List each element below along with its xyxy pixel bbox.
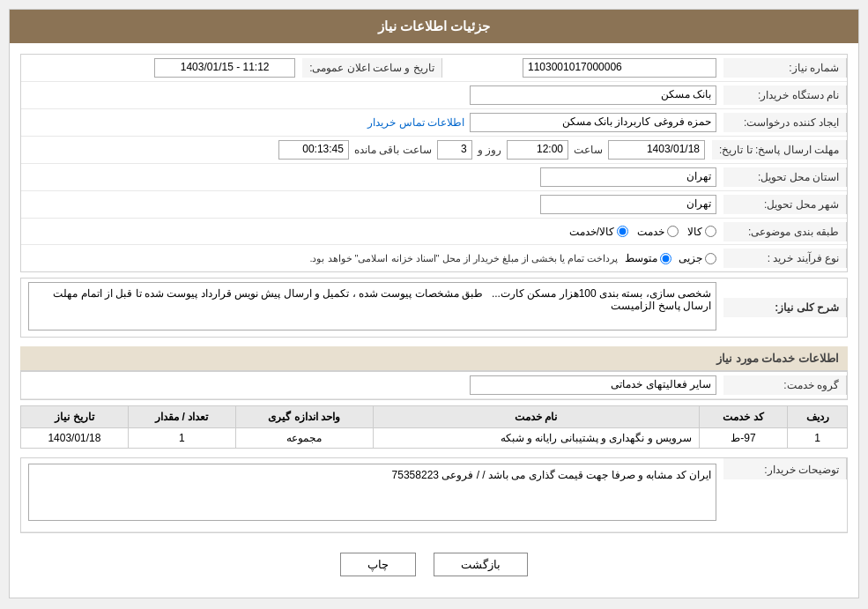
category-radio-both-input[interactable] [617,226,628,237]
buyer-org-input[interactable]: بانک مسکن [470,85,716,105]
description-row: شرح کلی نیاز: [21,279,847,337]
services-table: ردیف کد خدمت نام خدمت واحد اندازه گیری ت… [20,405,848,449]
col-service-code: کد خدمت [699,406,787,428]
process-jozii[interactable]: جزیی [679,252,716,264]
cell-row-num: 1 [788,428,848,449]
remaining-time-input[interactable]: 00:13:45 [278,140,349,160]
creator-row: ایجاد کننده درخواست: حمزه فروغی کاربرداز… [21,109,847,137]
services-section: اطلاعات خدمات مورد نیاز گروه خدمت: سایر … [20,346,848,449]
need-number-input[interactable]: 1103001017000006 [523,58,716,78]
buyer-org-row: نام دستگاه خریدار: بانک مسکن [21,82,847,109]
service-group-input[interactable]: سایر فعالیتهای خدماتی [470,375,716,395]
announcement-date-input[interactable]: 1403/01/15 - 11:12 [154,58,295,78]
process-motavasset-input[interactable] [660,253,671,264]
description-value [21,279,723,337]
reply-time-label: ساعت [574,144,603,156]
process-type-label: نوع فرآیند خرید : [723,249,847,268]
description-label: شرح کلی نیاز: [723,298,847,317]
services-section-title: اطلاعات خدمات مورد نیاز [20,346,848,371]
service-group-value: سایر فعالیتهای خدماتی [21,372,723,398]
announcement-date-label: تاریخ و ساعت اعلان عمومی: [302,58,442,78]
buyer-contact-link[interactable]: اطلاعات تماس خریدار [367,116,464,129]
buyer-org-value: بانک مسکن [21,82,723,108]
process-motavasset[interactable]: متوسط [625,252,671,264]
category-radio-khedmat[interactable]: خدمت [637,226,679,238]
creator-label: ایجاد کننده درخواست: [723,113,847,132]
delivery-city-value: تهران [21,191,723,218]
reply-days-input[interactable]: 3 [437,140,472,160]
col-quantity: تعداد / مقدار [128,406,235,428]
category-value: کالا خدمت کالا/خدمت [21,222,723,241]
col-unit: واحد اندازه گیری [235,406,373,428]
buyer-notes-row: توضیحات خریدار: [21,458,847,532]
cell-unit: مجموعه [235,428,373,449]
reply-time-input[interactable]: 12:00 [507,140,568,160]
delivery-province-input[interactable]: تهران [540,167,716,187]
need-number-label: شماره نیاز: [723,58,847,78]
buyer-notes-section: توضیحات خریدار: [20,457,848,533]
delivery-city-label: شهر محل تحویل: [723,195,847,214]
back-button[interactable]: بازگشت [434,553,528,576]
delivery-city-input[interactable]: تهران [540,195,716,214]
category-radio-both[interactable]: کالا/خدمت [569,226,628,238]
category-radio-khedmat-input[interactable] [667,226,679,237]
cell-quantity: 1 [128,428,235,449]
delivery-province-value: تهران [21,164,723,190]
service-group-section: گروه خدمت: سایر فعالیتهای خدماتی [20,371,848,400]
process-type-value: جزیی متوسط پرداخت تمام یا بخشی از مبلغ خ… [21,249,723,268]
buyer-notes-text [21,458,723,531]
reply-deadline-label: مهلت ارسال پاسخ: تا تاریخ: [712,140,847,160]
process-type-row: نوع فرآیند خرید : جزیی متوسط پرداخت تمام… [21,245,847,271]
page-title: جزئیات اطلاعات نیاز [10,10,858,43]
description-section: شرح کلی نیاز: [20,278,848,338]
col-date: تاریخ نیاز [21,406,129,428]
reply-date-input[interactable]: 1403/01/18 [608,140,705,160]
top-info-bar: شماره نیاز: 1103001017000006 تاریخ و ساع… [20,54,848,272]
remaining-time-label: ساعت باقی مانده [354,144,432,156]
description-textarea[interactable] [28,282,716,330]
table-row: 1 97-ط سرویس و نگهداری و پشتیبانی رایانه… [21,428,848,449]
reply-days-label: روز و [478,144,501,156]
category-radio-kala[interactable]: کالا [687,226,716,238]
cell-service-code: 97-ط [699,428,787,449]
category-row: طبقه بندی موضوعی: کالا خدمت کالا/خدمت [21,219,847,245]
button-row: بازگشت چاپ [20,542,848,587]
announcement-date-value: 1403/01/15 - 11:12 [21,55,302,81]
need-number-row: شماره نیاز: 1103001017000006 تاریخ و ساع… [21,55,847,82]
service-group-row: گروه خدمت: سایر فعالیتهای خدماتی [21,372,847,399]
reply-deadline-row: مهلت ارسال پاسخ: تا تاریخ: 1403/01/18 سا… [21,137,847,164]
delivery-province-label: استان محل تحویل: [723,167,847,187]
print-button[interactable]: چاپ [340,553,416,576]
category-radio-kala-input[interactable] [705,226,716,237]
need-number-value: 1103001017000006 [442,55,723,81]
cell-date: 1403/01/18 [21,428,129,449]
service-group-label: گروه خدمت: [723,375,847,395]
content-area: شماره نیاز: 1103001017000006 تاریخ و ساع… [10,43,858,598]
category-label: طبقه بندی موضوعی: [723,222,847,241]
main-container: جزئیات اطلاعات نیاز شماره نیاز: 11030010… [9,9,859,598]
process-jozii-input[interactable] [705,253,716,264]
creator-value: حمزه فروغی کاربرداز بانک مسکن اطلاعات تم… [21,109,723,136]
buyer-notes-textarea[interactable] [28,464,716,521]
delivery-province-row: استان محل تحویل: تهران [21,164,847,191]
reply-deadline-value: 1403/01/18 ساعت 12:00 روز و 3 ساعت باقی … [21,137,712,163]
cell-service-name: سرویس و نگهداری و پشتیبانی رایانه و شبکه [373,428,699,449]
buyer-notes-label: توضیحات خریدار: [723,458,847,479]
process-type-note: پرداخت تمام یا بخشی از مبلغ خریدار از مح… [309,253,618,264]
delivery-city-row: شهر محل تحویل: تهران [21,191,847,219]
col-service-name: نام خدمت [373,406,699,428]
creator-input: حمزه فروغی کاربرداز بانک مسکن [470,113,716,132]
buyer-org-label: نام دستگاه خریدار: [723,85,847,105]
col-row-num: ردیف [788,406,848,428]
